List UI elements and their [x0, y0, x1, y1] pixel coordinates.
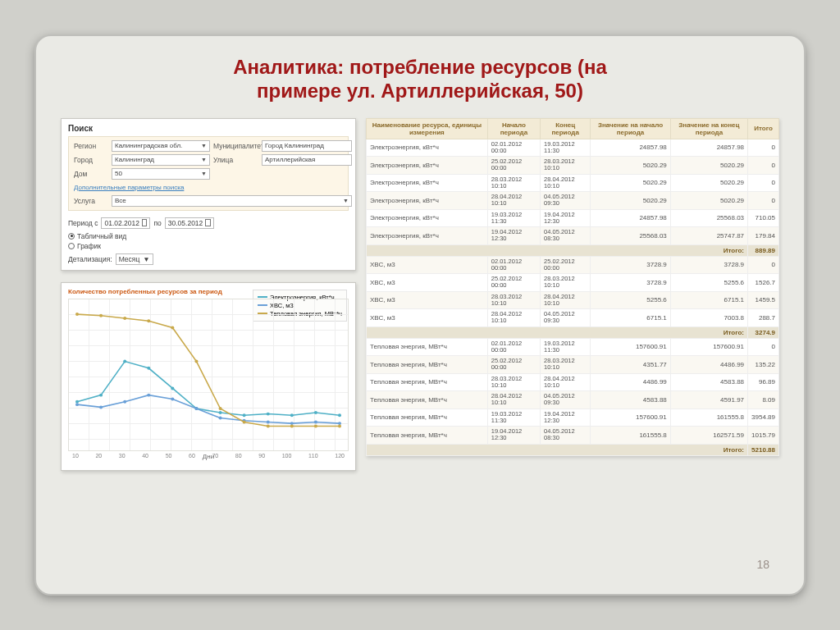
- chevron-down-icon: ▼: [143, 255, 149, 263]
- detal-select[interactable]: Месяц▼: [116, 253, 153, 265]
- region-label: Регион: [74, 142, 108, 150]
- subtotal-row: Итого:3274.9: [367, 326, 779, 338]
- date-from-input[interactable]: 01.02.2012: [101, 217, 150, 229]
- table-cell: 4486.99: [591, 373, 671, 391]
- table-cell: 157600.91: [670, 338, 747, 356]
- title-line-2: примере ул. Артиллерийская, 50): [257, 80, 583, 102]
- table-cell: 25.02.201200:00: [487, 157, 540, 175]
- table-cell: 3954.89: [748, 409, 779, 427]
- table-cell: 28.03.201210:10: [541, 274, 591, 292]
- table-row: ХВС, м302.01.201200:0025.02.201200:00372…: [367, 256, 779, 274]
- house-select[interactable]: 50▼: [112, 168, 210, 180]
- table-cell: 19.04.201212:30: [541, 409, 591, 427]
- svg-point-16: [171, 397, 174, 400]
- table-cell: Тепловая энергия, МВт*ч: [367, 373, 488, 391]
- table-cell: 19.04.201212:30: [487, 227, 540, 245]
- svg-point-29: [194, 359, 198, 363]
- chart-panel: Количество потребленных ресурсов за пери…: [61, 282, 356, 471]
- table-cell: 25.02.201200:00: [487, 274, 540, 292]
- table-cell: 157600.91: [591, 338, 671, 356]
- date-to-input[interactable]: 30.05.2012: [165, 217, 214, 229]
- chevron-down-icon: ▼: [201, 155, 207, 165]
- chevron-down-icon: ▼: [343, 196, 349, 206]
- table-row: ХВС, м328.04.201210:1004.05.201209:30671…: [367, 309, 779, 327]
- svg-point-26: [123, 317, 126, 320]
- search-panel: Поиск Регион Калининградская обл.▼ Муниц…: [61, 118, 356, 271]
- page-title: Аналитика: потребление ресурсов (на прим…: [61, 56, 779, 103]
- table-cell: Тепловая энергия, МВт*ч: [367, 391, 488, 409]
- table-cell: 179.84: [748, 227, 779, 245]
- chart-area: 102030405060708090100110120: [68, 299, 349, 451]
- content-row: Поиск Регион Калининградская обл.▼ Муниц…: [61, 118, 779, 471]
- table-row: Тепловая энергия, МВт*ч28.04.201210:1004…: [367, 391, 779, 409]
- table-cell: 8.09: [748, 391, 779, 409]
- city-select[interactable]: Калининград▼: [112, 154, 210, 166]
- table-cell: 28.04.201210:10: [541, 291, 591, 309]
- table-cell: 28.03.201210:10: [487, 373, 540, 391]
- radio-chart-view[interactable]: График: [68, 242, 349, 250]
- region-select[interactable]: Калининградская обл.▼: [112, 140, 210, 152]
- table-cell: 161555.8: [670, 409, 747, 427]
- svg-point-14: [123, 399, 126, 403]
- radio-icon: [68, 233, 75, 240]
- radio-table-view[interactable]: Табличный вид: [68, 232, 349, 240]
- slide-frame: Аналитика: потребление ресурсов (на прим…: [34, 34, 806, 596]
- period-to-label: по: [153, 219, 161, 227]
- table-cell: 157600.91: [591, 409, 671, 427]
- svg-point-20: [267, 420, 270, 423]
- table-cell: 4351.77: [591, 356, 671, 374]
- table-header-cell: Итого: [748, 118, 779, 139]
- table-cell: 4486.99: [670, 356, 747, 374]
- table-row: ХВС, м328.03.201210:1028.04.201210:10525…: [367, 291, 779, 309]
- svg-point-18: [219, 416, 222, 419]
- subtotal-row: Итого:889.89: [367, 244, 779, 256]
- table-cell: 5020.29: [670, 174, 747, 192]
- calendar-icon: [205, 219, 210, 226]
- table-cell: 3728.9: [670, 256, 747, 274]
- svg-point-3: [147, 366, 150, 369]
- table-cell: 19.03.201211:30: [487, 209, 540, 227]
- detalization-row: Детализация: Месяц▼: [68, 253, 349, 265]
- table-cell: 5020.29: [670, 157, 747, 175]
- table-cell: 96.89: [748, 373, 779, 391]
- service-select[interactable]: Все▼: [112, 195, 352, 207]
- svg-point-34: [314, 424, 317, 427]
- muni-select[interactable]: Город Калининград: [262, 140, 352, 152]
- table-cell: 4583.88: [670, 373, 747, 391]
- table-cell: 19.03.201211:30: [541, 338, 591, 356]
- table-cell: 1015.79: [748, 427, 779, 445]
- x-axis-ticks: 102030405060708090100110120: [69, 453, 348, 459]
- table-header-cell: Конец периода: [541, 118, 591, 139]
- svg-point-13: [99, 405, 103, 409]
- svg-point-10: [314, 411, 317, 414]
- table-cell: 24857.98: [670, 139, 747, 157]
- table-cell: Тепловая энергия, МВт*ч: [367, 427, 488, 445]
- radio-icon: [68, 243, 75, 249]
- svg-point-2: [123, 359, 126, 363]
- table-cell: 4583.88: [591, 391, 671, 409]
- search-grid: Регион Калининградская обл.▼ Муниципалит…: [68, 136, 349, 211]
- table-header-row: Наименование ресурса, единицы измеренияН…: [367, 118, 779, 139]
- chevron-down-icon: ▼: [201, 141, 207, 151]
- view-radio-group: Табличный вид График: [68, 232, 349, 250]
- chart-svg: [69, 299, 348, 450]
- table-cell: 24857.98: [591, 139, 671, 157]
- table-cell: 02.01.201200:00: [487, 139, 540, 157]
- table-cell: 7003.8: [670, 309, 747, 327]
- table-row: Тепловая энергия, МВт*ч02.01.201200:0019…: [367, 338, 779, 356]
- table-cell: 0: [748, 174, 779, 192]
- table-cell: Тепловая энергия, МВт*ч: [367, 338, 488, 356]
- table-row: Электроэнергия, кВт*ч19.03.201211:3019.0…: [367, 209, 779, 227]
- table-cell: 6715.1: [591, 309, 671, 327]
- table-row: Электроэнергия, кВт*ч28.03.201210:1028.0…: [367, 174, 779, 192]
- table-cell: ХВС, м3: [367, 309, 488, 327]
- street-label: Улица: [213, 156, 258, 164]
- service-label: Услуга: [74, 197, 108, 205]
- table-cell: 28.03.201210:10: [487, 291, 540, 309]
- street-select[interactable]: Артиллерийская: [262, 154, 352, 166]
- table-cell: Электроэнергия, кВт*ч: [367, 139, 488, 157]
- table-cell: 04.05.201209:30: [541, 309, 591, 327]
- extra-params-link[interactable]: Дополнительные параметры поиска: [74, 184, 352, 191]
- svg-point-7: [243, 413, 246, 417]
- table-body: Электроэнергия, кВт*ч02.01.201200:0019.0…: [367, 139, 779, 455]
